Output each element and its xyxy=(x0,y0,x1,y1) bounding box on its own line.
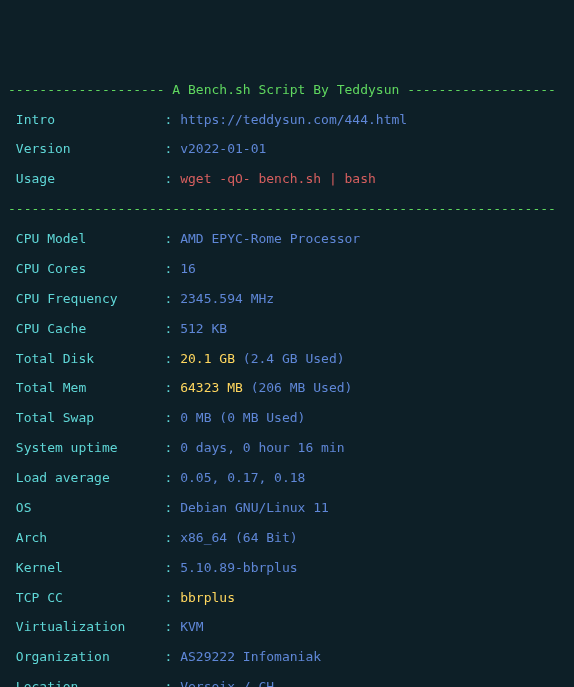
swap-value: 0 MB (0 MB Used) xyxy=(180,410,305,425)
tcp-label: TCP CC : xyxy=(8,590,180,605)
org-value: AS29222 Infomaniak xyxy=(180,649,321,664)
intro-label: Intro : xyxy=(8,112,180,127)
cpu-cores-value: 16 xyxy=(180,261,196,276)
version-label: Version : xyxy=(8,141,180,156)
cpu-freq-value: 2345.594 MHz xyxy=(180,291,274,306)
uptime-label: System uptime : xyxy=(8,440,180,455)
cpu-cache-value: 512 KB xyxy=(180,321,227,336)
virt-label: Virtualization : xyxy=(8,619,180,634)
terminal-output: -------------------- A Bench.sh Script B… xyxy=(8,68,566,687)
arch-value: x86_64 (64 Bit) xyxy=(180,530,297,545)
cpu-cache-label: CPU Cache : xyxy=(8,321,180,336)
usage-label: Usage : xyxy=(8,171,180,186)
os-label: OS : xyxy=(8,500,180,515)
cpu-freq-label: CPU Frequency : xyxy=(8,291,180,306)
usage-value: wget -qO- bench.sh | bash xyxy=(180,171,376,186)
virt-value: KVM xyxy=(180,619,203,634)
kernel-label: Kernel : xyxy=(8,560,180,575)
swap-label: Total Swap : xyxy=(8,410,180,425)
mem-value: 64323 MB xyxy=(180,380,250,395)
uptime-value: 0 days, 0 hour 16 min xyxy=(180,440,344,455)
header-title: -------------------- A Bench.sh Script B… xyxy=(8,83,566,98)
disk-used: (2.4 GB Used) xyxy=(243,351,345,366)
disk-value: 20.1 GB xyxy=(180,351,243,366)
loc-label: Location : xyxy=(8,679,180,687)
org-label: Organization : xyxy=(8,649,180,664)
arch-label: Arch : xyxy=(8,530,180,545)
loc-value: Versoix / CH xyxy=(180,679,274,687)
load-label: Load average : xyxy=(8,470,180,485)
cpu-cores-label: CPU Cores : xyxy=(8,261,180,276)
cpu-model-label: CPU Model : xyxy=(8,231,180,246)
mem-used: (206 MB Used) xyxy=(251,380,353,395)
cpu-model-value: AMD EPYC-Rome Processor xyxy=(180,231,360,246)
load-value: 0.05, 0.17, 0.18 xyxy=(180,470,305,485)
mem-label: Total Mem : xyxy=(8,380,180,395)
os-value: Debian GNU/Linux 11 xyxy=(180,500,329,515)
intro-value: https://teddysun.com/444.html xyxy=(180,112,407,127)
divider: ----------------------------------------… xyxy=(8,202,566,217)
tcp-value: bbrplus xyxy=(180,590,235,605)
version-value: v2022-01-01 xyxy=(180,141,266,156)
kernel-value: 5.10.89-bbrplus xyxy=(180,560,297,575)
disk-label: Total Disk : xyxy=(8,351,180,366)
